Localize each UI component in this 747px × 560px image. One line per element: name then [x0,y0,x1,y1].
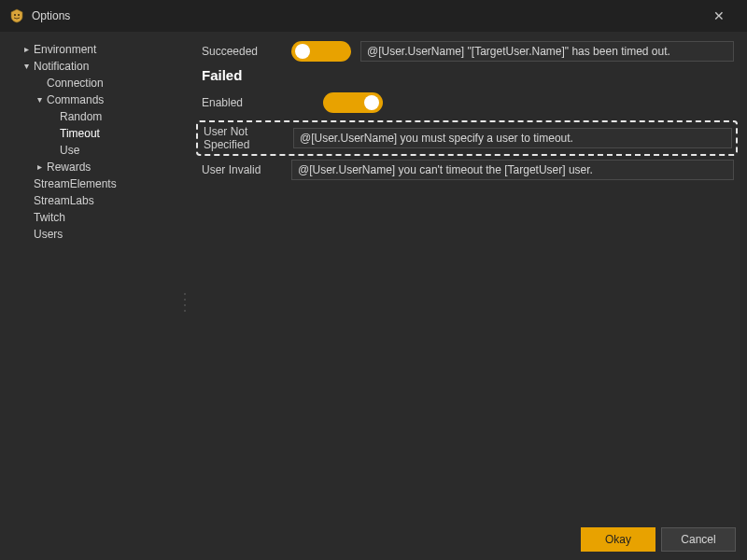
chevron-right-icon: ▸ [21,41,32,58]
titlebar: Options ✕ [0,0,747,32]
tree-item-label: Commands [47,91,104,108]
failed-heading: Failed [202,67,734,83]
app-icon [9,8,24,23]
tree-item-connection[interactable]: ▸Connection [32,75,181,91]
tree-item-rewards[interactable]: ▸Rewards [32,159,181,175]
chevron-down-icon: ▾ [21,58,32,75]
enabled-label: Enabled [200,96,323,109]
toggle-knob [295,44,310,59]
tree-item-label: Twitch [34,209,65,226]
tree-item-label: StreamLabs [34,192,94,209]
tree-item-label: Use [60,142,79,159]
nav-tree: ▸Environment ▾Notification ▸Connection ▾… [6,41,181,243]
window-title: Options [32,9,70,22]
sidebar: ▸Environment ▾Notification ▸Connection ▾… [0,32,187,519]
tree-item-streamelements[interactable]: ▸StreamElements [19,175,181,192]
succeeded-label: Succeeded [200,45,291,58]
tree-item-label: Rewards [47,159,91,175]
options-window: Options ✕ ▸Environment ▾Notification ▸Co… [0,0,747,560]
ok-button[interactable]: Okay [581,527,655,552]
chevron-right-icon: ▸ [34,159,45,175]
cancel-button-label: Cancel [681,533,715,546]
tree-item-label: Connection [47,75,104,91]
user-not-specified-label: User Not Specified [202,125,293,151]
tree-item-twitch[interactable]: ▸Twitch [19,209,181,226]
tree-item-commands[interactable]: ▾Commands [32,91,181,108]
user-invalid-input[interactable] [291,160,734,180]
tree-item-users[interactable]: ▸Users [19,226,181,243]
succeeded-toggle[interactable] [291,41,351,62]
close-icon: ✕ [713,9,725,22]
tree-item-use[interactable]: ▸Use [45,142,181,159]
svg-point-0 [14,14,16,16]
svg-point-1 [18,14,20,16]
user-invalid-label: User Invalid [200,163,291,176]
chevron-down-icon: ▾ [34,91,45,108]
highlighted-field: User Not Specified [196,120,738,156]
tree-item-label: Random [60,108,102,125]
cancel-button[interactable]: Cancel [661,527,736,552]
close-button[interactable]: ✕ [698,0,740,32]
tree-item-label: Timeout [60,125,100,142]
tree-item-random[interactable]: ▸Random [45,108,181,125]
enabled-toggle[interactable] [323,92,383,113]
enabled-row: Enabled [200,92,734,113]
user-not-specified-row: User Not Specified [202,125,732,151]
toggle-knob [364,95,379,110]
user-not-specified-input[interactable] [293,128,732,148]
main-panel: Succeeded Failed Enabled User Not Specif… [187,32,747,519]
tree-item-label: Notification [34,58,89,75]
tree-item-label: Environment [34,41,96,58]
ok-button-label: Okay [605,533,631,546]
footer: Okay Cancel [0,519,747,560]
succeeded-row: Succeeded [200,41,734,62]
tree-item-streamlabs[interactable]: ▸StreamLabs [19,192,181,209]
tree-item-environment[interactable]: ▸Environment [19,41,181,58]
succeeded-input[interactable] [360,41,734,62]
tree-item-label: StreamElements [34,175,117,192]
user-invalid-row: User Invalid [200,160,734,180]
tree-item-label: Users [34,226,63,243]
body: ▸Environment ▾Notification ▸Connection ▾… [0,32,747,519]
tree-item-notification[interactable]: ▾Notification [19,58,181,75]
tree-item-timeout[interactable]: ▸Timeout [45,125,181,142]
